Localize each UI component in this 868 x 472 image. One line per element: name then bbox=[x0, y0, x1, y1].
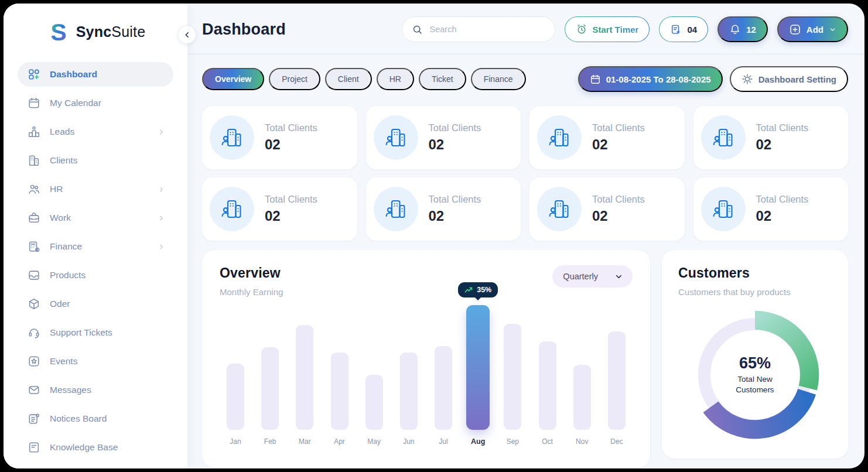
clients-building-icon bbox=[27, 153, 41, 167]
sidebar-item-finance[interactable]: Finance bbox=[18, 234, 173, 259]
search-box[interactable] bbox=[402, 16, 555, 42]
tab-client[interactable]: Client bbox=[325, 68, 372, 90]
bar[interactable] bbox=[539, 341, 556, 430]
notices-board-icon bbox=[27, 412, 41, 426]
calendar-icon bbox=[590, 74, 601, 85]
monthly-earning-bar-chart: JanFebMarAprMayJunJul35%AugSepOctNovDec bbox=[220, 305, 633, 446]
date-range-button[interactable]: 01-08-2025 To 28-08-2025 bbox=[578, 66, 723, 92]
bar-feb: Feb bbox=[258, 347, 282, 446]
sidebar-item-support-tickets[interactable]: Support Tickets bbox=[18, 320, 173, 345]
stat-card: Total Clients02 bbox=[202, 177, 357, 241]
stat-label: Total Clients bbox=[265, 194, 317, 205]
calendar-icon bbox=[27, 96, 41, 110]
sidebar-nav: DashboardMy CalendarLeadsClientsHRWorkFi… bbox=[4, 62, 187, 460]
dashboard-tabs: OverviewProjectClientHRTicketFinance bbox=[202, 68, 526, 90]
top-header: Dashboard Start Timer bbox=[187, 4, 864, 54]
customers-subtitle: Customers that buy products bbox=[678, 287, 832, 297]
bar[interactable] bbox=[466, 305, 490, 430]
stat-card: Total Clients02 bbox=[366, 177, 521, 241]
sidebar-item-hr[interactable]: HR bbox=[18, 177, 173, 201]
bar-jul: Jul bbox=[431, 346, 456, 446]
bar[interactable] bbox=[400, 353, 418, 430]
tab-finance[interactable]: Finance bbox=[471, 68, 526, 90]
products-inbox-icon bbox=[27, 268, 41, 282]
overview-title: Overview bbox=[220, 265, 283, 281]
sidebar-item-label: HR bbox=[50, 184, 63, 194]
dashboard-setting-button[interactable]: Dashboard Setting bbox=[730, 66, 848, 92]
bar[interactable] bbox=[261, 347, 279, 430]
sidebar-item-label: Support Tickets bbox=[50, 327, 112, 338]
bar[interactable] bbox=[296, 325, 313, 430]
stat-card: Total Clients02 bbox=[202, 106, 357, 169]
stat-value: 02 bbox=[592, 208, 645, 224]
tasks-count-button[interactable]: 04 bbox=[659, 16, 708, 42]
sidebar-collapse-button[interactable] bbox=[177, 25, 196, 44]
month-label: Dec bbox=[610, 437, 623, 446]
sidebar-item-label: Messages bbox=[50, 385, 91, 395]
sidebar-item-label: Dashboard bbox=[50, 69, 97, 80]
tab-hr[interactable]: HR bbox=[377, 68, 414, 90]
bar[interactable] bbox=[365, 375, 383, 430]
stat-card: Total Clients02 bbox=[529, 177, 685, 241]
bar-nov: Nov bbox=[570, 365, 594, 446]
stat-card: Total Clients02 bbox=[693, 106, 849, 169]
add-button[interactable]: Add bbox=[777, 16, 848, 42]
chevron-right-icon bbox=[158, 243, 165, 251]
sidebar-item-knowledge-base[interactable]: Knowledge Base bbox=[18, 435, 173, 460]
knowledge-base-icon bbox=[27, 440, 41, 454]
stat-label: Total Clients bbox=[429, 122, 481, 134]
sidebar-item-dashboard[interactable]: Dashboard bbox=[18, 62, 173, 87]
syncsuite-logo-icon: S bbox=[46, 19, 71, 45]
month-label: Apr bbox=[334, 437, 345, 446]
sidebar-item-my-calendar[interactable]: My Calendar bbox=[18, 91, 173, 115]
notifications-button[interactable]: 12 bbox=[717, 16, 768, 42]
leads-podium-icon bbox=[27, 125, 41, 139]
chevron-right-icon bbox=[158, 214, 165, 222]
stat-label: Total Clients bbox=[756, 122, 809, 134]
sidebar-item-leads[interactable]: Leads bbox=[18, 119, 173, 144]
tab-ticket[interactable]: Ticket bbox=[419, 68, 466, 90]
sidebar-item-label: Oder bbox=[50, 299, 70, 309]
stat-value: 02 bbox=[265, 136, 317, 153]
donut-percentage: 65% bbox=[739, 354, 771, 372]
events-badge-icon bbox=[27, 354, 41, 368]
main-content: Dashboard Start Timer bbox=[187, 4, 864, 468]
sidebar-item-oder[interactable]: Oder bbox=[18, 292, 173, 316]
sidebar-item-messages[interactable]: Messages bbox=[18, 378, 173, 402]
sidebar-item-work[interactable]: Work bbox=[18, 206, 173, 230]
timer-clock-icon bbox=[576, 23, 587, 35]
support-headset-icon bbox=[27, 326, 41, 340]
bar-jan: Jan bbox=[223, 364, 248, 446]
month-label: May bbox=[367, 437, 381, 446]
bar[interactable] bbox=[608, 331, 626, 430]
sidebar-item-events[interactable]: Events bbox=[18, 349, 173, 374]
bar-oct: Oct bbox=[535, 341, 560, 446]
stats-grid: Total Clients02Total Clients02Total Clie… bbox=[187, 92, 864, 241]
bar[interactable] bbox=[331, 353, 348, 430]
bar-dec: Dec bbox=[604, 331, 629, 446]
bar[interactable] bbox=[227, 364, 244, 430]
start-timer-button[interactable]: Start Timer bbox=[565, 16, 650, 42]
tasks-count: 04 bbox=[687, 25, 697, 35]
date-range-label: 01-08-2025 To 28-08-2025 bbox=[606, 74, 711, 84]
sidebar-item-notices-board[interactable]: Notices Board bbox=[18, 406, 173, 431]
period-dropdown[interactable]: Quarterly bbox=[552, 265, 633, 288]
tab-project[interactable]: Project bbox=[269, 68, 320, 90]
bar[interactable] bbox=[504, 324, 521, 430]
trend-up-icon bbox=[464, 286, 473, 293]
search-input[interactable] bbox=[429, 24, 545, 35]
clients-stat-icon bbox=[210, 187, 254, 231]
sidebar-item-products[interactable]: Products bbox=[18, 263, 173, 288]
stat-label: Total Clients bbox=[265, 122, 317, 134]
search-icon bbox=[412, 24, 423, 35]
stat-value: 02 bbox=[429, 136, 481, 153]
plus-square-icon bbox=[789, 23, 801, 36]
customers-title: Customers bbox=[678, 265, 832, 281]
tab-overview[interactable]: Overview bbox=[202, 68, 264, 90]
clients-stat-icon bbox=[374, 187, 418, 231]
stat-value: 02 bbox=[429, 208, 481, 224]
bar[interactable] bbox=[435, 346, 452, 430]
bar[interactable] bbox=[573, 365, 591, 430]
customers-donut-chart: 65% Total New Customers bbox=[690, 310, 820, 440]
sidebar-item-clients[interactable]: Clients bbox=[18, 148, 173, 173]
